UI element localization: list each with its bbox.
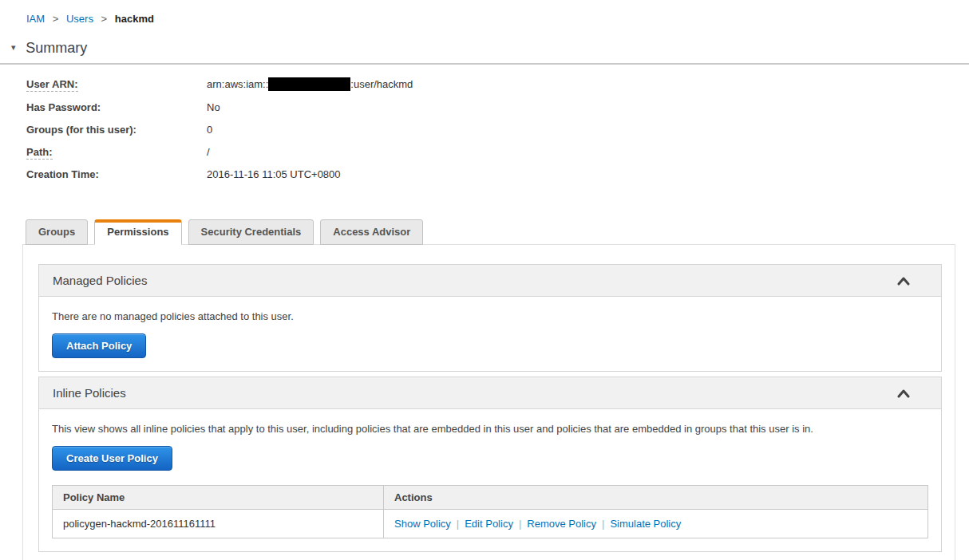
tab-security-credentials[interactable]: Security Credentials bbox=[188, 219, 314, 245]
show-policy-link[interactable]: Show Policy bbox=[394, 518, 451, 530]
table-row: policygen-hackmd-201611161111 Show Polic… bbox=[53, 510, 928, 538]
chevron-up-icon[interactable] bbox=[897, 276, 910, 286]
field-row-path: Path: / bbox=[26, 145, 969, 158]
summary-title: Summary bbox=[26, 40, 87, 56]
breadcrumb: IAM > Users > hackmd bbox=[0, 0, 969, 25]
edit-policy-link[interactable]: Edit Policy bbox=[465, 518, 513, 530]
redacted-account-id bbox=[268, 77, 350, 91]
inline-policies-header[interactable]: Inline Policies bbox=[39, 377, 941, 409]
remove-policy-link[interactable]: Remove Policy bbox=[527, 518, 596, 530]
managed-policies-body: There are no managed policies attached t… bbox=[39, 297, 941, 371]
chevron-up-icon[interactable] bbox=[897, 388, 910, 398]
field-row-user-arn: User ARN: arn:aws:iam:::user/hackmd bbox=[26, 77, 969, 91]
action-separator: | bbox=[602, 518, 604, 530]
permissions-tab-panel: Managed Policies There are no managed po… bbox=[22, 244, 955, 560]
groups-label: Groups (for this user): bbox=[26, 124, 207, 136]
field-row-groups: Groups (for this user): 0 bbox=[26, 123, 969, 136]
table-header-row: Policy Name Actions bbox=[53, 486, 928, 510]
inline-policies-title: Inline Policies bbox=[53, 386, 126, 400]
has-password-label: Has Password: bbox=[26, 101, 207, 113]
managed-policies-header[interactable]: Managed Policies bbox=[39, 265, 941, 297]
creation-time-value: 2016-11-16 11:05 UTC+0800 bbox=[207, 168, 341, 180]
managed-policies-title: Managed Policies bbox=[53, 274, 147, 287]
groups-value: 0 bbox=[207, 124, 212, 136]
path-label: Path: bbox=[26, 146, 207, 158]
breadcrumb-current-user: hackmd bbox=[115, 13, 154, 25]
tab-groups[interactable]: Groups bbox=[26, 219, 88, 245]
user-arn-prefix: arn:aws:iam:: bbox=[207, 78, 268, 90]
path-value: / bbox=[207, 146, 210, 158]
breadcrumb-link-users[interactable]: Users bbox=[66, 13, 93, 25]
user-arn-value: arn:aws:iam:::user/hackmd bbox=[207, 77, 413, 91]
tab-bar: Groups Permissions Security Credentials … bbox=[26, 219, 969, 244]
triangle-down-icon[interactable]: ▾ bbox=[11, 42, 16, 53]
tab-permissions[interactable]: Permissions bbox=[94, 219, 181, 245]
attach-policy-button[interactable]: Attach Policy bbox=[52, 333, 146, 358]
user-arn-suffix: :user/hackmd bbox=[350, 78, 413, 90]
summary-section-header[interactable]: ▾ Summary bbox=[11, 40, 969, 57]
action-separator: | bbox=[519, 518, 521, 530]
breadcrumb-link-iam[interactable]: IAM bbox=[26, 13, 45, 25]
has-password-value: No bbox=[207, 101, 220, 113]
summary-divider bbox=[0, 63, 969, 65]
tab-access-advisor[interactable]: Access Advisor bbox=[320, 219, 423, 245]
action-separator: | bbox=[457, 518, 459, 530]
inline-policies-section: Inline Policies This view shows all inli… bbox=[38, 377, 942, 552]
actions-column-header: Actions bbox=[384, 486, 928, 510]
inline-policies-body: This view shows all inline policies that… bbox=[39, 409, 941, 551]
create-user-policy-button[interactable]: Create User Policy bbox=[52, 446, 172, 471]
policy-name-column-header: Policy Name bbox=[53, 486, 384, 510]
breadcrumb-separator: > bbox=[53, 13, 59, 25]
actions-cell: Show Policy|Edit Policy|Remove Policy|Si… bbox=[384, 510, 928, 538]
policy-name-cell: policygen-hackmd-201611161111 bbox=[53, 510, 384, 538]
field-row-has-password: Has Password: No bbox=[26, 101, 969, 113]
simulate-policy-link[interactable]: Simulate Policy bbox=[610, 518, 681, 530]
inline-policies-description: This view shows all inline policies that… bbox=[52, 423, 928, 435]
field-row-creation-time: Creation Time: 2016-11-16 11:05 UTC+0800 bbox=[26, 168, 969, 180]
inline-policies-table: Policy Name Actions policygen-hackmd-201… bbox=[52, 485, 928, 538]
summary-fields: User ARN: arn:aws:iam:::user/hackmd Has … bbox=[26, 77, 969, 180]
managed-policies-empty-message: There are no managed policies attached t… bbox=[52, 310, 928, 322]
breadcrumb-separator: > bbox=[101, 13, 108, 25]
user-arn-label: User ARN: bbox=[26, 78, 207, 90]
managed-policies-section: Managed Policies There are no managed po… bbox=[38, 264, 942, 372]
creation-time-label: Creation Time: bbox=[26, 168, 207, 180]
